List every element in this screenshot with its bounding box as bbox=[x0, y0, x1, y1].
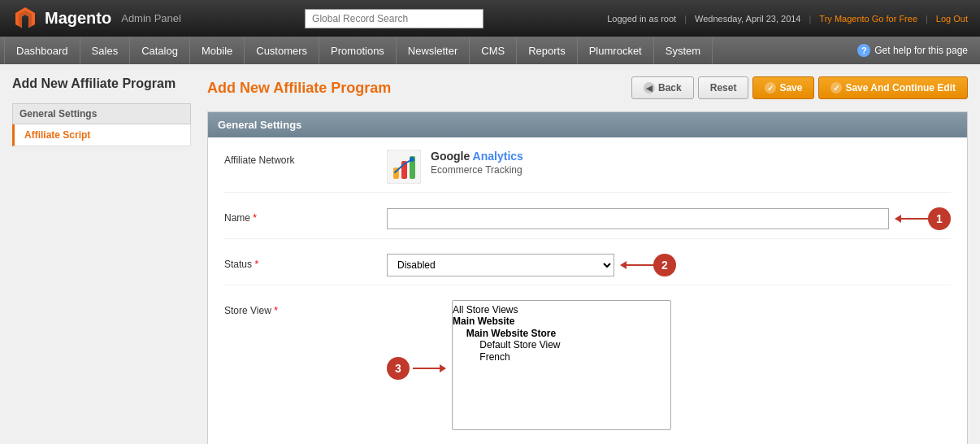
affiliate-network-label: Affiliate Network bbox=[224, 150, 387, 166]
annotation-2-arrow: 2 bbox=[621, 254, 676, 276]
store-view-french[interactable]: French bbox=[453, 351, 670, 363]
save-icon: ✓ bbox=[765, 82, 776, 94]
logo-area: Magento Admin Panel bbox=[12, 6, 181, 32]
back-button[interactable]: ◀ Back bbox=[631, 76, 694, 99]
store-view-field-area: 3 All Store Views Main Website Main Webs… bbox=[387, 300, 951, 430]
arrow-3-line bbox=[413, 368, 445, 369]
help-label: Get help for this page bbox=[874, 45, 968, 56]
ga-network: Google Analytics Ecommerce Tracking bbox=[387, 150, 951, 184]
name-required-star: * bbox=[253, 212, 257, 224]
logo-subtitle: Admin Panel bbox=[121, 12, 181, 24]
arrow-2-line bbox=[621, 264, 653, 266]
store-view-main-website[interactable]: Main Website bbox=[453, 316, 670, 327]
page-header: Add New Affiliate Program ◀ Back Reset ✓… bbox=[207, 76, 968, 99]
sidebar-section-general[interactable]: General Settings bbox=[12, 103, 191, 124]
status-field-area: Disabled Enabled 2 bbox=[387, 254, 951, 276]
store-view-default[interactable]: Default Store View bbox=[453, 339, 670, 350]
nav-item-customers[interactable]: Customers bbox=[245, 37, 319, 64]
arrow-1-head bbox=[895, 215, 901, 223]
nav-item-mobile[interactable]: Mobile bbox=[190, 37, 245, 64]
annotation-bubble-2: 2 bbox=[653, 254, 676, 276]
content-area: Add New Affiliate Program ◀ Back Reset ✓… bbox=[191, 76, 968, 444]
affiliate-network-row: Affiliate Network bbox=[224, 150, 951, 193]
sidebar-title: Add New Affiliate Program bbox=[12, 76, 191, 91]
nav-bar: Dashboard Sales Catalog Mobile Customers… bbox=[0, 37, 980, 64]
nav-item-promotions[interactable]: Promotions bbox=[319, 37, 397, 64]
store-view-required-star: * bbox=[274, 305, 278, 316]
nav-item-newsletter[interactable]: Newsletter bbox=[397, 37, 470, 64]
arrow-1-line bbox=[895, 218, 928, 220]
store-view-all[interactable]: All Store Views bbox=[453, 304, 670, 316]
header-right: Logged in as root | Wednesday, April 23,… bbox=[607, 14, 968, 24]
sep3: | bbox=[926, 14, 928, 24]
annotation-3-area: 3 bbox=[387, 357, 445, 380]
save-continue-icon: ✓ bbox=[830, 82, 842, 94]
affiliate-network-field: Google Analytics Ecommerce Tracking bbox=[387, 150, 951, 184]
logout-link[interactable]: Log Out bbox=[936, 14, 968, 24]
reset-label: Reset bbox=[710, 82, 737, 94]
sidebar-item-affiliate-script[interactable]: Affiliate Script bbox=[12, 124, 191, 146]
sep2: | bbox=[809, 14, 812, 24]
nav-item-plumrocket[interactable]: Plumrocket bbox=[578, 37, 654, 64]
header: Magento Admin Panel Logged in as root | … bbox=[0, 0, 980, 37]
date-text: Wednesday, April 23, 2014 bbox=[695, 14, 800, 24]
annotation-bubble-3: 3 bbox=[387, 357, 410, 380]
save-label: Save bbox=[779, 82, 802, 94]
name-label: Name * bbox=[224, 207, 387, 224]
save-button[interactable]: ✓ Save bbox=[752, 76, 814, 99]
nav-item-cms[interactable]: CMS bbox=[470, 37, 517, 64]
ga-subname: Ecommerce Tracking bbox=[431, 164, 523, 176]
section-body: Affiliate Network bbox=[208, 137, 967, 444]
nav-item-dashboard[interactable]: Dashboard bbox=[4, 37, 80, 64]
ga-info: Google Analytics Ecommerce Tracking bbox=[431, 150, 523, 176]
store-view-listbox[interactable]: All Store Views Main Website Main Websit… bbox=[452, 300, 671, 430]
svg-point-6 bbox=[410, 157, 414, 162]
ga-logo-icon bbox=[387, 150, 421, 184]
status-row: Status * Disabled Enabled bbox=[224, 254, 951, 285]
help-icon: ? bbox=[857, 44, 870, 57]
arrow-3-head bbox=[440, 364, 446, 372]
ga-name: Google Analytics bbox=[431, 150, 523, 163]
try-magento-link[interactable]: Try Magento Go for Free bbox=[819, 14, 917, 24]
status-required-star: * bbox=[254, 259, 258, 270]
save-continue-button[interactable]: ✓ Save And Continue Edit bbox=[818, 76, 968, 99]
annotation-bubble-1: 1 bbox=[928, 207, 951, 230]
save-continue-label: Save And Continue Edit bbox=[845, 82, 956, 94]
section-title: General Settings bbox=[218, 119, 301, 131]
general-settings-section: General Settings Affiliate Network bbox=[207, 111, 968, 444]
name-input[interactable] bbox=[387, 208, 889, 229]
nav-item-reports[interactable]: Reports bbox=[517, 37, 578, 64]
name-field-area: 1 bbox=[387, 207, 951, 230]
logged-in-text: Logged in as root bbox=[607, 14, 676, 24]
section-header: General Settings bbox=[208, 112, 967, 137]
back-label: Back bbox=[658, 82, 682, 94]
sidebar: Add New Affiliate Program General Settin… bbox=[12, 76, 191, 444]
magento-logo-icon bbox=[12, 6, 38, 32]
nav-item-catalog[interactable]: Catalog bbox=[130, 37, 190, 64]
header-search-area bbox=[181, 9, 607, 28]
back-icon: ◀ bbox=[644, 82, 655, 94]
main-container: Add New Affiliate Program General Settin… bbox=[0, 64, 980, 444]
logo-text: Magento bbox=[45, 9, 111, 28]
store-view-main-website-store[interactable]: Main Website Store bbox=[453, 328, 670, 339]
action-buttons: ◀ Back Reset ✓ Save ✓ Save And Continue … bbox=[631, 76, 968, 99]
annotation-1-arrow: 1 bbox=[895, 207, 951, 230]
page-title: Add New Affiliate Program bbox=[207, 80, 391, 97]
nav-item-system[interactable]: System bbox=[654, 37, 713, 64]
help-button[interactable]: ? Get help for this page bbox=[849, 37, 976, 64]
status-label: Status * bbox=[224, 254, 387, 270]
store-view-label: Store View * bbox=[224, 300, 387, 316]
nav-item-sales[interactable]: Sales bbox=[80, 37, 131, 64]
svg-marker-0 bbox=[15, 7, 35, 26]
reset-button[interactable]: Reset bbox=[698, 76, 749, 99]
store-view-row: Store View * 3 All Store Views bbox=[224, 300, 951, 438]
name-row: Name * 1 bbox=[224, 207, 951, 239]
status-select[interactable]: Disabled Enabled bbox=[387, 254, 614, 276]
global-search-input[interactable] bbox=[305, 9, 483, 28]
arrow-2-head bbox=[620, 261, 627, 269]
sep1: | bbox=[684, 14, 687, 24]
